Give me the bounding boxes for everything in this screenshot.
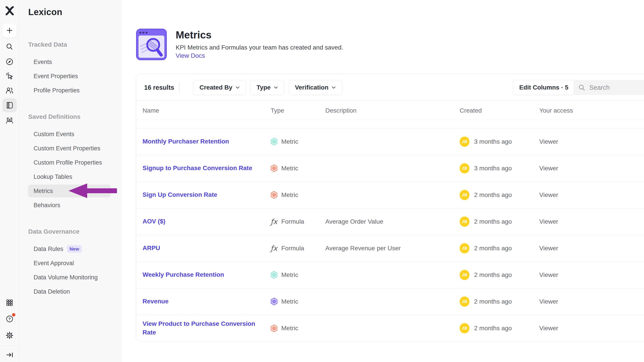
plus-icon — [6, 27, 13, 34]
sidebar-item-custom-profile-properties[interactable]: Custom Profile Properties — [19, 156, 121, 170]
metric-name-link[interactable]: Weekly Purchase Retention — [142, 262, 264, 288]
gear-icon — [6, 331, 14, 339]
metric-name-link[interactable]: Revenue — [142, 288, 264, 315]
sidebar-item-data-deletion[interactable]: Data Deletion — [19, 285, 121, 299]
settings-button[interactable] — [0, 328, 19, 343]
metric-name-link[interactable]: View Product to Purchase Conversion Rate — [142, 315, 264, 342]
filter-label: Verification — [295, 84, 328, 91]
metric-name-link[interactable]: Monthly Purchaser Retention — [142, 128, 264, 155]
created-time: 3 months ago — [474, 165, 512, 172]
access-cell: Viewer — [539, 235, 558, 261]
chevron-down-icon — [332, 86, 336, 89]
sidebar-item-data-rules[interactable]: Data RulesNew — [19, 242, 121, 256]
column-header-access[interactable]: Your access — [539, 101, 573, 120]
help-button[interactable]: ? — [0, 312, 19, 326]
type-cell: ƒx Formula — [271, 208, 304, 235]
sidebar-item-metrics[interactable]: Metrics — [19, 184, 121, 198]
discover-nav-button[interactable] — [0, 55, 19, 69]
filter-label: Created By — [200, 84, 232, 91]
search-nav-button[interactable] — [0, 39, 19, 54]
type-label: Metric — [281, 271, 298, 279]
grid-icon — [6, 299, 13, 307]
creator-avatar: JB — [460, 216, 470, 227]
access-cell: Viewer — [539, 128, 558, 155]
notification-dot — [12, 313, 15, 317]
rail-divider — [0, 346, 19, 346]
sidebar-item-profile-properties[interactable]: Profile Properties — [19, 83, 121, 98]
sidebar-title: Lexicon — [28, 7, 62, 17]
sidebar-item-custom-event-properties[interactable]: Custom Event Properties — [19, 141, 121, 156]
toolbar-divider — [179, 82, 180, 93]
access-cell: Viewer — [539, 262, 558, 288]
created-time: 2 months ago — [474, 271, 512, 279]
metrics-table-card: 16 results Created ByTypeVerification Ed… — [136, 74, 644, 341]
type-cell: Metric — [271, 288, 298, 315]
events-nav-button[interactable] — [0, 69, 19, 83]
table-row: ARPU ƒx Formula Average Revenue per User… — [136, 235, 644, 262]
users-nav-button[interactable] — [0, 83, 19, 98]
collapse-sidebar-button[interactable] — [0, 348, 19, 362]
apps-grid-button[interactable] — [0, 296, 19, 310]
created-cell: JB 2 months ago — [460, 208, 512, 235]
type-cell: ƒx Formula — [271, 235, 304, 261]
filter-button-created-by[interactable]: Created By — [193, 80, 246, 95]
created-cell: JB 3 months ago — [460, 155, 512, 181]
created-time: 2 months ago — [474, 191, 512, 198]
lexicon-sidebar: Lexicon Tracked DataEventsEvent Properti… — [19, 0, 121, 362]
sidebar-section-label: Tracked Data — [19, 37, 121, 52]
metric-name-link[interactable]: Signup to Purchase Conversion Rate — [142, 155, 264, 181]
sidebar-item-label: Profile Properties — [34, 87, 80, 94]
type-label: Metric — [281, 325, 298, 332]
created-time: 2 months ago — [474, 298, 512, 305]
page-title: Metrics — [176, 29, 212, 41]
search-input[interactable] — [589, 84, 644, 91]
metric-hexagon-icon — [271, 271, 278, 279]
metric-hexagon-icon — [271, 138, 278, 146]
view-docs-link[interactable]: View Docs — [176, 52, 205, 59]
page-subtitle: KPI Metrics and Formulas your team has c… — [176, 44, 343, 51]
sidebar-item-event-approval[interactable]: Event Approval — [19, 256, 121, 270]
sidebar-item-label: Event Approval — [34, 260, 74, 267]
metric-name-link[interactable]: ARPU — [142, 235, 264, 261]
group-icon — [5, 116, 14, 125]
created-cell: JB 2 months ago — [460, 235, 512, 261]
table-row: View Product to Purchase Conversion Rate… — [136, 315, 644, 342]
sidebar-item-data-volume-monitoring[interactable]: Data Volume Monitoring — [19, 270, 121, 285]
search-box[interactable] — [574, 80, 644, 95]
access-cell: Viewer — [539, 288, 558, 315]
creator-avatar: JB — [460, 137, 470, 147]
metric-name-link[interactable]: Sign Up Conversion Rate — [142, 182, 264, 208]
new-report-button[interactable] — [2, 23, 17, 37]
column-header-type[interactable]: Type — [271, 101, 284, 120]
column-header-name[interactable]: Name — [142, 101, 159, 120]
results-count: 16 results — [144, 74, 174, 101]
partial-row — [136, 120, 644, 128]
main-content: Metrics KPI Metrics and Formulas your te… — [122, 0, 644, 362]
metric-name-link[interactable]: AOV ($) — [142, 208, 264, 235]
sidebar-item-behaviors[interactable]: Behaviors — [19, 198, 121, 212]
type-label: Formula — [281, 245, 304, 252]
column-header-created[interactable]: Created — [460, 101, 482, 120]
created-cell: JB 2 months ago — [460, 315, 512, 342]
cohorts-nav-button[interactable] — [0, 114, 19, 128]
sidebar-item-events[interactable]: Events — [19, 55, 121, 69]
lexicon-nav-button[interactable] — [2, 98, 17, 112]
search-icon — [578, 84, 585, 91]
type-label: Metric — [281, 191, 298, 198]
sidebar-item-label: Data Rules — [34, 246, 64, 252]
creator-avatar: JB — [460, 243, 470, 253]
created-cell: JB 3 months ago — [460, 128, 512, 155]
sidebar-item-custom-events[interactable]: Custom Events — [19, 127, 121, 141]
table-row: Monthly Purchaser Retention Metric JB 3 … — [136, 128, 644, 155]
column-header-description[interactable]: Description — [325, 101, 356, 120]
filter-button-type[interactable]: Type — [250, 80, 284, 95]
edit-columns-button[interactable]: Edit Columns · 5 — [513, 80, 575, 95]
filter-button-verification[interactable]: Verification — [288, 80, 342, 95]
sidebar-item-label: Custom Profile Properties — [34, 159, 102, 166]
sidebar-item-label: Events — [34, 59, 52, 65]
sidebar-item-event-properties[interactable]: Event Properties — [19, 69, 121, 83]
type-label: Metric — [281, 165, 298, 172]
new-badge: New — [67, 245, 82, 253]
sidebar-item-lookup-tables[interactable]: Lookup Tables — [19, 170, 121, 184]
mixpanel-logo[interactable] — [0, 3, 19, 18]
